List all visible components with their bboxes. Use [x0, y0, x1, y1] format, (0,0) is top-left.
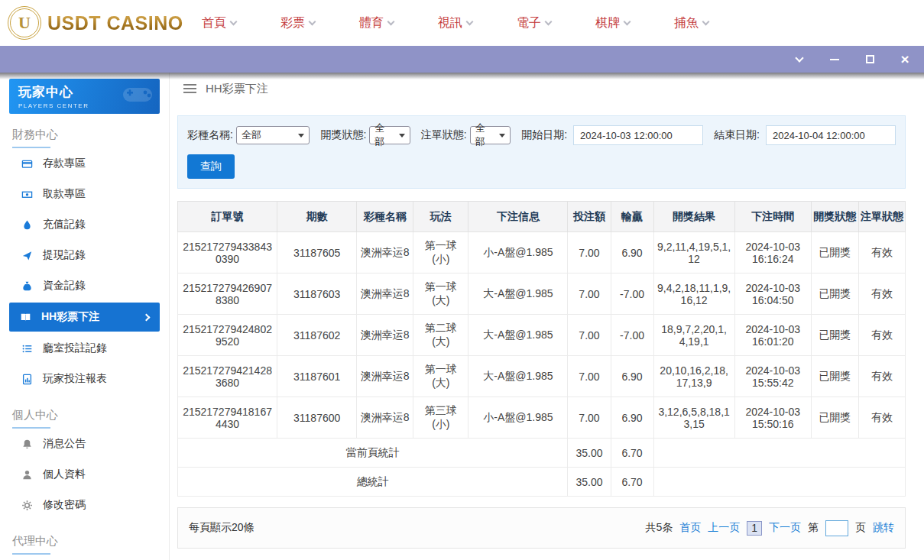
cell-bet-info: 大-A盤@1.985 [468, 356, 568, 397]
main-nav: 首頁 彩票 體育 視訊 電子 棋牌 [180, 15, 731, 31]
end-date-label: 結束日期: [714, 128, 760, 142]
col-header-draw-status: 開獎狀態 [811, 202, 858, 232]
lottery-type-select[interactable]: 全部 [236, 126, 310, 144]
table-row: 2152172794338430390 31187605 澳洲幸运8 第一球(小… [178, 232, 906, 274]
col-header-order-no: 訂單號 [178, 202, 277, 232]
sidebar: 玩家中心 PLAYERS CENTER 財務中心 存款專區 取款專區 充值記錄 [0, 73, 170, 560]
window-collapse-button[interactable] [793, 53, 806, 66]
main-content: HH彩票下注 彩種名稱: 全部 開獎狀態: 全部 [170, 73, 924, 560]
sidebar-item-hh-lottery-bets[interactable]: HH彩票下注 [9, 303, 160, 332]
cell-order-no: 2152172794248029520 [178, 315, 277, 356]
nav-item-label: 捕魚 [674, 15, 699, 31]
nav-item-live-video[interactable]: 視訊 [416, 15, 494, 31]
window-maximize-button[interactable] [863, 53, 877, 66]
bell-icon [21, 439, 33, 450]
cell-period: 31187603 [277, 274, 357, 315]
sidebar-item-funds-record[interactable]: 資金記錄 [0, 270, 169, 301]
cell-period: 31187605 [277, 232, 357, 274]
sidebar-item-withdraw[interactable]: 取款專區 [0, 179, 169, 209]
cell-bet-time: 2024-10-03 15:50:16 [734, 397, 811, 439]
cell-amount: 7.00 [568, 397, 611, 439]
sidebar-item-withdrawal-record[interactable]: 提現記錄 [0, 240, 169, 270]
player-bet-report-icon [21, 374, 33, 385]
draw-status-select[interactable]: 全部 [369, 126, 410, 144]
cell-bet-time: 2024-10-03 16:01:20 [734, 315, 811, 356]
search-button[interactable]: 查詢 [187, 154, 235, 179]
page-summary-winloss: 6.70 [611, 439, 653, 468]
maximize-icon [866, 55, 874, 63]
sidebar-item-player-bet-report[interactable]: 玩家投注報表 [0, 364, 169, 394]
cell-win-loss: -7.00 [611, 315, 653, 356]
window-close-button[interactable]: × [898, 53, 912, 66]
funds-record-icon [21, 280, 33, 292]
cell-order-status: 有效 [858, 356, 905, 397]
chevron-right-icon [143, 313, 151, 321]
window-titlebar: × [0, 46, 924, 73]
nav-item-fishing[interactable]: 捕魚 [652, 15, 731, 31]
prev-page-link[interactable]: 上一页 [708, 521, 740, 535]
logo: U USDT CASINO [0, 6, 180, 40]
cell-result: 9,4,2,18,11,1,9,16,12 [653, 274, 734, 315]
chevron-down-icon [309, 18, 316, 25]
close-icon: × [900, 52, 909, 66]
cell-bet-time: 2024-10-03 16:04:50 [734, 274, 811, 315]
cell-order-no: 2152172794214283680 [178, 356, 277, 397]
first-page-link[interactable]: 首页 [679, 521, 701, 535]
cell-order-status: 有效 [858, 315, 905, 356]
col-header-order-status: 注單狀態 [858, 202, 905, 232]
minimize-icon [830, 59, 839, 60]
sidebar-item-label: 提現記錄 [43, 248, 86, 262]
sidebar-item-label: 玩家投注報表 [43, 372, 107, 386]
sidebar-item-label: 廳室投註記錄 [43, 342, 107, 355]
lottery-type-value: 全部 [242, 128, 261, 142]
order-status-select[interactable]: 全部 [470, 126, 511, 144]
cell-bet-info: 大-A盤@1.985 [468, 315, 568, 356]
sidebar-item-announcements[interactable]: 消息公告 [0, 429, 169, 459]
cell-result: 9,2,11,4,19,5,1,12 [653, 232, 734, 274]
current-page[interactable]: 1 [747, 521, 762, 536]
sidebar-item-deposit[interactable]: 存款專區 [0, 148, 169, 179]
page-summary-empty [653, 439, 905, 468]
pagination: 共5条 首页 上一页 1 下一页 第 页 跳转 [645, 520, 894, 536]
sidebar-item-profile[interactable]: 個人資料 [0, 459, 169, 490]
col-header-period: 期數 [277, 202, 357, 232]
cell-order-no: 2152172794269078380 [178, 274, 277, 315]
col-header-lottery: 彩種名稱 [357, 202, 413, 232]
window-minimize-button[interactable] [828, 53, 841, 66]
cell-bet-time: 2024-10-03 16:16:24 [734, 232, 811, 274]
table-header-row: 訂單號 期數 彩種名稱 玩法 下注信息 投注額 輸贏 開獎結果 下注時間 開獎狀… [178, 202, 906, 232]
cell-lottery: 澳洲幸运8 [357, 274, 413, 315]
hamburger-menu-icon[interactable] [183, 83, 196, 94]
cell-lottery: 澳洲幸运8 [357, 315, 413, 356]
bets-table: 訂單號 期數 彩種名稱 玩法 下注信息 投注額 輸贏 開獎結果 下注時間 開獎狀… [177, 201, 906, 497]
cell-draw-status: 已開獎 [811, 397, 858, 439]
order-status-value: 全部 [475, 121, 494, 149]
nav-item-label: 體育 [359, 15, 384, 31]
sidebar-item-label: 個人資料 [43, 468, 86, 481]
page-jump-input[interactable] [825, 520, 848, 536]
cell-play: 第一球(大) [413, 274, 468, 315]
cell-order-no: 2152172794338430390 [178, 232, 277, 274]
nav-item-lottery[interactable]: 彩票 [258, 15, 337, 31]
sidebar-item-label: 充值記錄 [43, 218, 86, 231]
next-page-link[interactable]: 下一页 [769, 521, 801, 535]
hall-bet-record-icon [21, 343, 33, 354]
sidebar-item-recharge-record[interactable]: 充值記錄 [0, 209, 169, 240]
sidebar-item-change-password[interactable]: 修改密碼 [0, 490, 169, 520]
nav-item-board-games[interactable]: 棋牌 [573, 15, 652, 31]
nav-item-label: 彩票 [280, 15, 305, 31]
gear-icon [21, 500, 33, 511]
chevron-down-icon [399, 134, 405, 138]
cell-result: 20,10,16,2,18,17,13,9 [653, 356, 734, 397]
start-date-input[interactable] [573, 125, 703, 145]
nav-item-slots[interactable]: 電子 [494, 15, 573, 31]
nav-item-sports[interactable]: 體育 [337, 15, 416, 31]
end-date-input[interactable] [766, 125, 896, 145]
col-header-amount: 投注額 [568, 202, 611, 232]
nav-item-home[interactable]: 首頁 [180, 15, 258, 31]
col-header-result: 開獎結果 [653, 202, 734, 232]
sidebar-item-hall-bet-record[interactable]: 廳室投註記錄 [0, 333, 169, 364]
jump-button[interactable]: 跳转 [873, 521, 894, 535]
cell-amount: 7.00 [568, 232, 611, 274]
draw-status-label: 開獎狀態: [320, 128, 366, 142]
